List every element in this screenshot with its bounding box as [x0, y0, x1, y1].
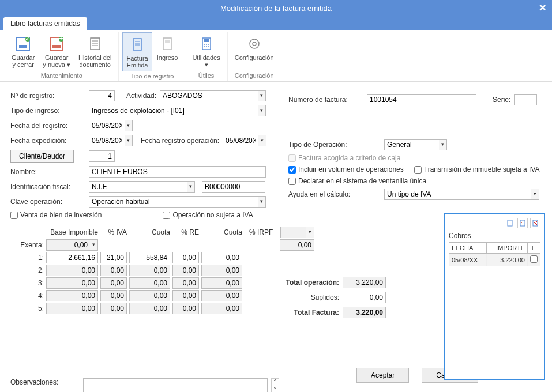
observaciones-textarea[interactable] — [83, 378, 268, 392]
utilidades-button[interactable]: Utilidades ▾ — [189, 32, 223, 70]
criterio-caja-checkbox: Factura acogida a criterio de caja — [288, 154, 400, 162]
svg-point-26 — [208, 46, 209, 47]
chevron-down-icon[interactable]: ▾ — [258, 90, 266, 101]
base-input-1[interactable] — [46, 252, 98, 263]
cuota-input-5[interactable] — [129, 303, 170, 314]
re-input-3[interactable] — [172, 277, 199, 289]
new-cobro-icon[interactable]: + — [505, 218, 515, 228]
cuota-input-4[interactable] — [129, 290, 170, 301]
tab-libro-facturas[interactable]: Libro facturas emitidas — [3, 17, 87, 30]
chevron-down-icon[interactable]: ▾ — [125, 135, 133, 146]
base-input-3[interactable] — [46, 277, 98, 289]
suplidos-input[interactable] — [343, 292, 386, 303]
cuota2-input-2[interactable] — [201, 265, 242, 276]
total-fact-value — [343, 307, 386, 318]
svg-rect-12 — [133, 39, 141, 50]
chevron-down-icon[interactable]: ▾ — [306, 227, 314, 238]
fecha-exped-input[interactable] — [89, 135, 125, 146]
re-input-1[interactable] — [172, 252, 199, 263]
guardar-nueva-button[interactable]: + Guardar y nueva ▾ — [39, 32, 74, 70]
svg-point-27 — [250, 39, 259, 48]
fecha-registro-input[interactable] — [89, 120, 125, 131]
numero-factura-input[interactable] — [367, 94, 476, 105]
fecha-reg-op-input[interactable] — [223, 135, 258, 146]
cuota-input-1[interactable] — [129, 252, 170, 263]
historial-button[interactable]: Historial del documento — [75, 32, 115, 70]
ident-valor-input[interactable] — [202, 181, 265, 193]
chevron-down-icon[interactable]: ▾ — [531, 189, 539, 200]
declarar-vent-checkbox[interactable]: Declarar en el sistema de ventanilla úni… — [288, 177, 426, 185]
scroll-up-icon[interactable]: ˄ — [272, 379, 279, 387]
incluir-vol-checkbox[interactable]: Incluir en volumen de operaciones — [288, 165, 404, 174]
chevron-down-icon[interactable]: ▾ — [187, 181, 195, 193]
cuota-input-2[interactable] — [129, 265, 170, 276]
iva-input-1[interactable] — [100, 252, 127, 263]
cobros-panel: + Cobros FECHA IMPORTE E 05/08/XX3.220,0… — [444, 213, 545, 380]
svg-point-24 — [204, 46, 205, 47]
chevron-down-icon[interactable]: ▾ — [258, 135, 266, 146]
chevron-down-icon[interactable]: ▾ — [125, 120, 133, 131]
svg-point-25 — [206, 46, 207, 47]
exenta-input[interactable] — [46, 239, 90, 251]
cuota2-input-1[interactable] — [201, 252, 242, 263]
re-input-5[interactable] — [172, 303, 199, 314]
svg-point-21 — [204, 44, 205, 45]
titlebar: Modificación de la factura emitida ✕ — [0, 0, 552, 16]
window-title: Modificación de la factura emitida — [220, 4, 332, 13]
cobros-row[interactable]: 05/08/XX3.220,00 — [449, 254, 540, 266]
delete-cobro-icon[interactable] — [530, 218, 540, 228]
venta-inversion-checkbox[interactable]: Venta de bien de inversión — [10, 211, 102, 219]
serie-input[interactable] — [514, 94, 537, 105]
factura-emitida-button[interactable]: Factura Emitida — [122, 32, 152, 71]
re-input-4[interactable] — [172, 290, 199, 301]
iva-input-5[interactable] — [100, 303, 127, 314]
cobros-title: Cobros — [449, 232, 540, 240]
op-no-sujeta-checkbox[interactable]: Operación no sujeta a IVA — [163, 211, 253, 219]
cliente-deudor-button[interactable]: Cliente/Deudor — [10, 150, 74, 163]
iva-input-3[interactable] — [100, 277, 127, 289]
fecha-reg-op-label: Fecha registro operación: — [141, 137, 219, 145]
svg-point-28 — [253, 42, 256, 46]
guardar-cerrar-button[interactable]: ✓ Guardar y cerrar — [8, 32, 38, 70]
chevron-down-icon[interactable]: ▾ — [258, 196, 266, 208]
ayuda-calc-select[interactable] — [384, 189, 531, 200]
re-input-2[interactable] — [172, 265, 199, 276]
cuota2-input-3[interactable] — [201, 277, 242, 289]
clave-op-select[interactable] — [89, 196, 258, 208]
cliente-num-input[interactable] — [89, 150, 115, 162]
ribbon-group-configuracion: Configuración Configuración — [228, 32, 281, 81]
income-icon — [158, 35, 177, 53]
tax-grid: Base Imponible % IVA Cuota % RE Cuota % … — [10, 226, 316, 315]
registro-input[interactable] — [89, 90, 115, 101]
fecha-exped-label: Fecha expedición: — [10, 137, 85, 145]
actividad-select[interactable] — [160, 90, 258, 101]
cuota-input-3[interactable] — [129, 277, 170, 289]
base-input-5[interactable] — [46, 303, 98, 314]
irpf-type-select[interactable] — [280, 227, 306, 238]
aceptar-button[interactable]: Aceptar — [356, 368, 409, 383]
cobro-e-checkbox[interactable] — [530, 255, 538, 263]
cuota2-input-4[interactable] — [201, 290, 242, 301]
ident-tipo-select[interactable] — [89, 181, 187, 193]
tipo-op-select[interactable] — [384, 139, 439, 150]
iva-input-2[interactable] — [100, 265, 127, 276]
chevron-down-icon[interactable]: ▾ — [439, 139, 447, 150]
edit-cobro-icon[interactable] — [517, 218, 528, 228]
serie-label: Serie: — [493, 96, 510, 104]
configuracion-button[interactable]: Configuración — [231, 32, 277, 63]
transm-inmueble-checkbox[interactable]: Transmisión de inmueble sujeta a IVA — [414, 165, 540, 174]
chevron-down-icon[interactable]: ▾ — [90, 239, 98, 251]
cuota2-input-5[interactable] — [201, 303, 242, 314]
nombre-input[interactable] — [89, 166, 266, 178]
iva-input-4[interactable] — [100, 290, 127, 301]
chevron-down-icon[interactable]: ▾ — [258, 105, 266, 116]
scroll-down-icon[interactable]: ˅ — [272, 387, 279, 392]
base-input-2[interactable] — [46, 265, 98, 276]
close-icon[interactable]: ✕ — [539, 2, 546, 13]
tipo-ingreso-select[interactable] — [89, 105, 258, 116]
irpf-val-input[interactable] — [280, 239, 314, 251]
base-input-4[interactable] — [46, 290, 98, 301]
total-fact-label: Total Factura: — [273, 308, 339, 316]
ayuda-calc-label: Ayuda en el cálculo: — [288, 190, 381, 198]
ingreso-button[interactable]: Ingreso — [153, 32, 182, 63]
